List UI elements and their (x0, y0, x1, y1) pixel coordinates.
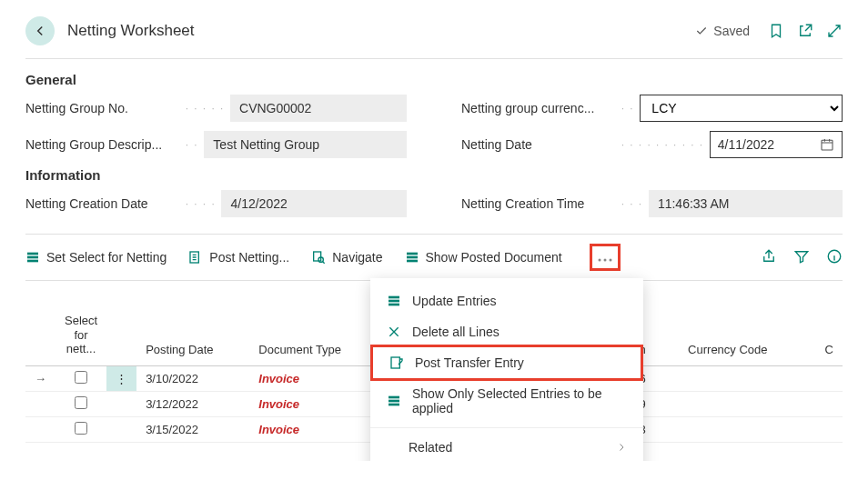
netting-group-currency-label: Netting group currenc... (461, 101, 616, 115)
col-select: Select for nett... (65, 314, 97, 356)
dd-update-entries[interactable]: Update Entries (370, 285, 643, 316)
general-section-title: General (25, 72, 843, 87)
dd-post-transfer[interactable]: Post Transfer Entry (370, 345, 643, 381)
svg-rect-0 (822, 140, 833, 150)
row-menu-button[interactable] (106, 416, 136, 442)
popout-icon[interactable] (797, 23, 813, 39)
creation-time-value: 11:46:33 AM (649, 190, 843, 217)
row-select-checkbox[interactable] (75, 422, 87, 435)
chevron-right-icon (616, 442, 627, 453)
svg-rect-2 (27, 256, 38, 259)
svg-rect-8 (407, 256, 418, 259)
page-title: Netting Worksheet (67, 22, 695, 40)
creation-date-label: Netting Creation Date (25, 196, 180, 211)
creation-time-label: Netting Creation Time (461, 196, 616, 211)
cell-doc-type: Invoice (249, 391, 382, 416)
navigate-button[interactable]: Navigate (311, 250, 382, 265)
saved-label: Saved (713, 24, 750, 38)
svg-rect-17 (391, 357, 399, 368)
svg-rect-19 (389, 400, 399, 403)
cell-currency (679, 416, 807, 442)
netting-date-label: Netting Date (461, 137, 616, 152)
row-indicator: → (25, 365, 56, 391)
row-select-checkbox[interactable] (75, 371, 87, 384)
cell-posting-date: 3/15/2022 (136, 416, 249, 442)
svg-rect-20 (389, 404, 399, 406)
calendar-icon[interactable] (820, 137, 834, 152)
dd-delete-all[interactable]: Delete all Lines (370, 316, 643, 347)
information-section-title: Information (25, 167, 843, 183)
svg-rect-3 (27, 260, 38, 263)
svg-rect-18 (389, 396, 399, 399)
show-posted-button[interactable]: Show Posted Document (405, 250, 562, 265)
saved-status: Saved (695, 24, 750, 38)
cell-posting-date: 3/10/2022 (136, 365, 249, 391)
row-menu-button[interactable]: ⋮ (106, 365, 136, 391)
creation-date-value: 4/12/2022 (221, 190, 407, 217)
netting-group-desc-label: Netting Group Descrip... (25, 137, 180, 152)
col-doc-type: Document Type (249, 308, 382, 365)
svg-rect-14 (389, 296, 399, 299)
netting-group-desc-value[interactable]: Test Netting Group (204, 131, 407, 158)
svg-rect-16 (389, 304, 399, 306)
toolbar: Set Select for Netting Post Netting... N… (25, 235, 843, 281)
page-header: Netting Worksheet Saved (25, 11, 843, 59)
svg-rect-15 (389, 300, 399, 303)
netting-date-field[interactable]: 4/11/2022 (710, 131, 843, 158)
back-button[interactable] (25, 16, 55, 45)
row-indicator (25, 391, 56, 416)
svg-rect-1 (27, 253, 38, 255)
cell-currency (679, 391, 807, 416)
cell-doc-type: Invoice (249, 416, 382, 442)
cell-currency (679, 365, 807, 391)
info-icon[interactable] (826, 248, 843, 267)
post-netting-button[interactable]: Post Netting... (188, 250, 289, 265)
share-icon[interactable] (761, 248, 777, 267)
cell-posting-date: 3/12/2022 (136, 391, 249, 416)
row-indicator (25, 416, 56, 442)
dd-related[interactable]: Related (370, 432, 643, 461)
filter-icon[interactable] (793, 248, 810, 267)
netting-date-value: 4/11/2022 (718, 137, 774, 152)
svg-rect-5 (314, 252, 321, 261)
dd-show-selected[interactable]: Show Only Selected Entries to be applied (370, 378, 643, 424)
svg-point-11 (603, 259, 606, 262)
cell-doc-type: Invoice (249, 365, 382, 391)
svg-point-10 (598, 259, 601, 262)
col-currency: Currency Code (679, 308, 807, 365)
more-actions-button[interactable] (590, 244, 621, 271)
svg-rect-9 (407, 260, 418, 263)
netting-group-currency-select[interactable]: LCY (640, 95, 843, 122)
col-posting-date: Posting Date (136, 308, 249, 365)
bookmark-icon[interactable] (768, 23, 784, 39)
set-select-button[interactable]: Set Select for Netting (25, 250, 167, 265)
row-select-checkbox[interactable] (75, 396, 87, 409)
expand-icon[interactable] (826, 23, 843, 39)
more-actions-dropdown: Update Entries Delete all Lines Post Tra… (370, 278, 643, 461)
col-extra: C (807, 308, 843, 365)
row-menu-button[interactable] (106, 391, 136, 416)
svg-point-12 (609, 259, 611, 262)
netting-group-no-value[interactable]: CVNG00002 (230, 95, 407, 122)
netting-group-no-label: Netting Group No. (25, 101, 180, 115)
svg-rect-7 (407, 253, 418, 255)
